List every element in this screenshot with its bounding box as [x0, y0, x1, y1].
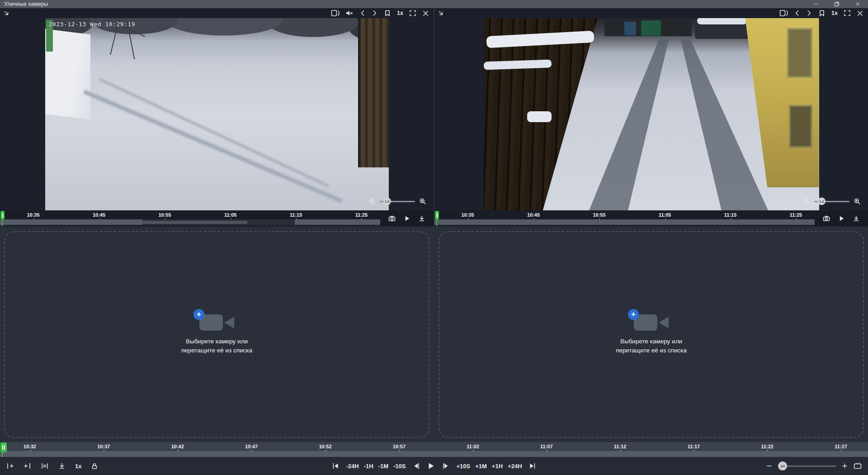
- snow-tracks: [83, 90, 343, 203]
- timeline-time-label: 10:37: [97, 444, 110, 449]
- playback-speed-label[interactable]: 1x: [397, 10, 403, 16]
- camera-1-video-feed[interactable]: 2023-12-13 Wed 10:29:19: [45, 18, 389, 210]
- next-record-icon[interactable]: [806, 10, 812, 17]
- bookmark-icon[interactable]: [384, 10, 391, 17]
- camera-2-toolbar: 1x: [779, 10, 863, 17]
- seek-back-24h[interactable]: -24H: [346, 463, 359, 470]
- timeline-zoom-in-icon[interactable]: [841, 462, 848, 470]
- building-window: [787, 28, 812, 78]
- playhead-marker[interactable]: [435, 211, 440, 226]
- seek-back-10s[interactable]: -10S: [393, 463, 406, 470]
- minimize-icon: [813, 1, 819, 7]
- camera-2-video-feed[interactable]: [484, 18, 819, 210]
- camera-2-header: 1x: [434, 8, 868, 18]
- seek-fwd-10s[interactable]: +10S: [456, 463, 470, 470]
- seek-back-1m[interactable]: -1M: [378, 463, 388, 470]
- play-button[interactable]: [427, 462, 435, 470]
- timeline-time-label: 11:02: [467, 444, 479, 449]
- seek-forward-group: +10S +1M +1H +24H: [456, 463, 522, 470]
- timeline-zoom-out-icon[interactable]: [766, 462, 773, 470]
- empty-camera-panel-2: + Выбирете камеру или перетащите её из с…: [434, 227, 868, 442]
- close-camera-icon[interactable]: [857, 10, 863, 17]
- mark-in-icon[interactable]: [6, 462, 14, 470]
- wooden-fence: [361, 18, 389, 167]
- resize-arrow-icon[interactable]: [438, 10, 444, 16]
- timeline-labels: 10:3510:4510:5511:0511:1511:25: [434, 210, 868, 219]
- close-window-button[interactable]: [847, 0, 868, 8]
- play-icon[interactable]: [838, 215, 845, 222]
- next-record-icon[interactable]: [372, 10, 378, 17]
- camera-drop-zone[interactable]: + Выбирете камеру или перетащите её из с…: [439, 231, 864, 438]
- prev-record-icon[interactable]: [794, 10, 800, 17]
- snow-cap: [527, 111, 552, 122]
- seek-back-group: -24H -1H -1M -10S: [346, 463, 406, 470]
- zoom-out-icon[interactable]: [368, 198, 376, 205]
- pane-icon[interactable]: [779, 10, 788, 17]
- snapshot-icon[interactable]: [388, 215, 396, 222]
- global-timeline[interactable]: 10:3210:3710:4210:4710:5210:5711:0211:07…: [0, 442, 868, 457]
- timeline-time-label: 11:17: [688, 444, 700, 449]
- step-backward-icon[interactable]: [412, 462, 420, 470]
- recording-track[interactable]: [434, 219, 868, 225]
- empty-camera-panel-1: + Выбирете камеру или перетащите её из с…: [0, 227, 434, 442]
- audio-muted-icon[interactable]: [345, 10, 354, 17]
- seek-fwd-1h[interactable]: +1H: [492, 463, 503, 470]
- timeline-time-label: 11:12: [614, 444, 627, 449]
- camera-2-timeline[interactable]: 10:3510:4510:5511:0511:1511:25: [434, 210, 868, 226]
- timeline-range-slider[interactable]: 1H: [778, 466, 836, 467]
- blue-bin: [624, 22, 636, 35]
- zoom-out-icon[interactable]: [803, 198, 810, 205]
- skip-to-start-icon[interactable]: [332, 462, 339, 470]
- zoom-slider[interactable]: 1.0: [814, 201, 849, 202]
- zoom-slider-handle[interactable]: 1.0: [383, 198, 391, 205]
- range-slider-handle[interactable]: 1H: [778, 461, 787, 470]
- restore-button[interactable]: [826, 0, 847, 8]
- add-camera-button[interactable]: +: [193, 309, 204, 320]
- recording-track[interactable]: [0, 219, 434, 225]
- resize-arrow-icon[interactable]: [3, 10, 9, 16]
- camera-1-video-area[interactable]: 2023-12-13 Wed 10:29:19 1.0: [0, 18, 434, 210]
- mark-out-icon[interactable]: [24, 462, 31, 470]
- toolbar-right-group: 1H: [766, 462, 862, 470]
- camera-placeholder-icon: +: [634, 314, 669, 331]
- play-icon[interactable]: [404, 215, 410, 222]
- playback-speed-label[interactable]: 1x: [831, 10, 838, 16]
- recording-track[interactable]: [0, 451, 868, 457]
- seek-fwd-24h[interactable]: +24H: [508, 463, 522, 470]
- playback-speed-label[interactable]: 1x: [75, 463, 81, 470]
- snow-tracks: [99, 78, 329, 187]
- zoom-in-icon[interactable]: [854, 198, 861, 205]
- camera-2-video-area[interactable]: 1.0: [434, 18, 868, 210]
- lock-icon[interactable]: [91, 462, 98, 470]
- seek-fwd-1m[interactable]: +1M: [475, 463, 487, 470]
- screen-icon[interactable]: [854, 462, 862, 470]
- prev-record-icon[interactable]: [359, 10, 366, 17]
- fullscreen-icon[interactable]: [844, 10, 851, 17]
- digital-zoom-control: 1.0: [803, 198, 861, 205]
- add-camera-button[interactable]: +: [628, 309, 639, 320]
- playhead-marker[interactable]: [0, 442, 5, 457]
- pane-icon[interactable]: [331, 10, 340, 17]
- camera-drop-zone[interactable]: + Выбирете камеру или перетащите её из с…: [4, 231, 429, 438]
- export-icon[interactable]: [58, 462, 66, 470]
- bookmark-icon[interactable]: [818, 10, 826, 17]
- camera-1-timeline[interactable]: 10:3510:4510:5511:0511:1511:25: [0, 210, 434, 226]
- timeline-time-label: 10:45: [527, 212, 540, 218]
- download-icon[interactable]: [853, 215, 860, 222]
- minimize-button[interactable]: [806, 0, 826, 8]
- close-camera-icon[interactable]: [422, 10, 429, 17]
- fullscreen-icon[interactable]: [409, 10, 416, 17]
- snapshot-icon[interactable]: [823, 215, 830, 222]
- step-forward-icon[interactable]: [442, 462, 449, 470]
- zoom-in-icon[interactable]: [419, 198, 426, 205]
- seek-back-1h[interactable]: -1H: [364, 463, 373, 470]
- zoom-slider[interactable]: 1.0: [380, 201, 415, 202]
- clear-marks-icon[interactable]: [41, 462, 49, 470]
- window-title: Уличные камеры: [0, 1, 48, 7]
- timeline-time-label: 10:57: [393, 444, 406, 449]
- zoom-slider-handle[interactable]: 1.0: [818, 198, 826, 205]
- playhead-marker[interactable]: [0, 211, 5, 226]
- skip-to-end-icon[interactable]: [529, 462, 536, 470]
- timeline-time-label: 10:55: [593, 212, 605, 218]
- download-icon[interactable]: [418, 215, 425, 222]
